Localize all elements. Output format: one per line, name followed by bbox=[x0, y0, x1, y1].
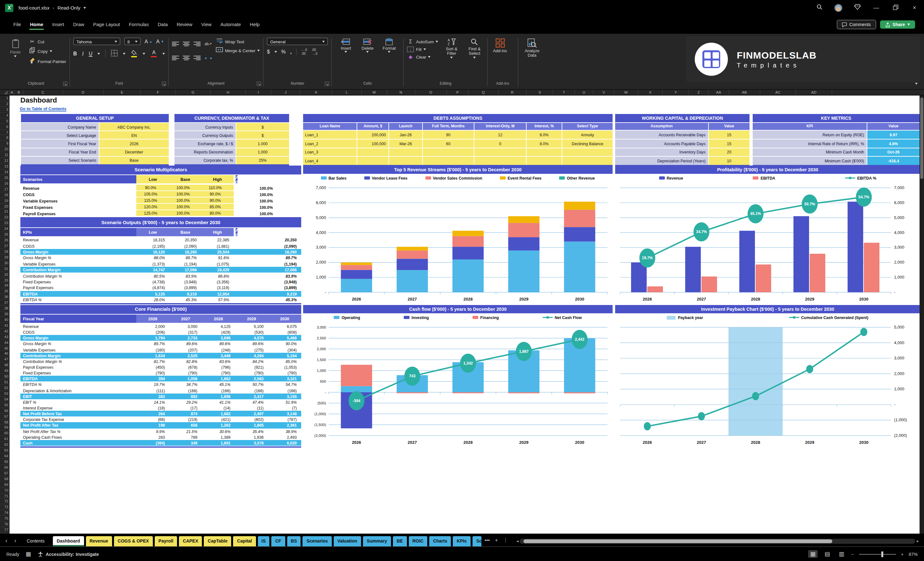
column-header-AC[interactable]: AC bbox=[760, 90, 796, 95]
find-select-button[interactable]: Find & Select bbox=[465, 38, 484, 58]
input-cell[interactable]: 110.0% bbox=[201, 184, 234, 191]
page-layout-view-button[interactable]: ▤ bbox=[823, 550, 832, 558]
row-header-77[interactable]: 77 bbox=[0, 527, 9, 533]
input-cell[interactable]: 100.0% bbox=[170, 197, 201, 204]
input-cell[interactable]: 12 bbox=[474, 130, 526, 139]
row-header-47[interactable]: 47 bbox=[0, 357, 9, 363]
row-header-50[interactable]: 50 bbox=[0, 374, 9, 380]
row-header-22[interactable]: 22 bbox=[0, 215, 9, 220]
input-cell[interactable]: Loan_1 bbox=[303, 130, 357, 139]
zoom-slider-thumb[interactable] bbox=[881, 551, 883, 557]
font-color-button[interactable]: A bbox=[150, 50, 157, 57]
row-header-23[interactable]: 23 bbox=[0, 220, 9, 226]
column-header-P[interactable]: P bbox=[447, 90, 469, 95]
payback-chart[interactable]: Investment Payback Chart ($'000) - 5 yea… bbox=[615, 305, 920, 447]
borders-button[interactable] bbox=[111, 48, 118, 59]
fill-color-button[interactable] bbox=[130, 50, 138, 57]
row-header-58[interactable]: 58 bbox=[0, 419, 9, 425]
column-header-G[interactable]: G bbox=[176, 90, 211, 95]
input-cell[interactable]: 15 bbox=[709, 140, 750, 148]
page-break-view-button[interactable]: ▥ bbox=[837, 550, 846, 558]
italic-button[interactable]: I bbox=[82, 51, 83, 56]
sheet-tab-revenue[interactable]: Revenue bbox=[86, 536, 112, 546]
input-cell[interactable]: Loan_4 bbox=[303, 157, 357, 165]
row-header-8[interactable]: 8 bbox=[0, 135, 9, 141]
column-header-Q[interactable]: Q bbox=[469, 90, 499, 95]
premium-diamond-icon[interactable] bbox=[853, 4, 862, 12]
horizontal-scroll-thumb[interactable] bbox=[524, 539, 832, 543]
row-header-7[interactable]: 7 bbox=[0, 130, 9, 135]
zoom-in-button[interactable]: + bbox=[901, 552, 904, 556]
column-header-Z[interactable]: Z bbox=[689, 90, 709, 95]
select-all-corner[interactable] bbox=[0, 90, 9, 95]
sheet-tab-sc[interactable]: Sc bbox=[472, 536, 482, 546]
row-header-69[interactable]: 69 bbox=[0, 482, 9, 488]
menu-tab-help[interactable]: Help bbox=[246, 19, 264, 30]
menu-tab-home[interactable]: Home bbox=[26, 19, 48, 30]
row-header-13[interactable]: 13 bbox=[0, 164, 9, 170]
font-name-select[interactable]: Tahoma bbox=[73, 38, 120, 45]
row-header-28[interactable]: 28 bbox=[0, 249, 9, 255]
input-cell[interactable]: December bbox=[99, 148, 169, 156]
input-cell[interactable]: 85.0% bbox=[201, 204, 234, 210]
cashflow-chart[interactable]: Cash flow ($'000) - 5 years to December … bbox=[303, 305, 613, 447]
row-header-73[interactable]: 73 bbox=[0, 505, 9, 510]
number-dialog-launcher[interactable]: ↘ bbox=[325, 81, 329, 86]
row-header-41[interactable]: 41 bbox=[0, 323, 9, 328]
align-top-button[interactable] bbox=[172, 38, 179, 49]
menu-tab-automate[interactable]: Automate bbox=[216, 19, 245, 30]
row-header-40[interactable]: 40 bbox=[0, 317, 9, 323]
input-cell[interactable]: ABC Company Inc. bbox=[99, 123, 169, 130]
input-cell[interactable]: $ bbox=[236, 131, 289, 139]
addins-button[interactable]: Add-ins bbox=[491, 38, 509, 53]
input-cell[interactable] bbox=[423, 148, 474, 156]
input-cell[interactable]: 90 bbox=[423, 130, 474, 139]
row-header-35[interactable]: 35 bbox=[0, 289, 9, 294]
column-header-J[interactable]: J bbox=[271, 90, 301, 95]
input-cell[interactable] bbox=[474, 157, 526, 165]
clear-button[interactable]: ◆Clear bbox=[407, 54, 438, 60]
increase-indent-button[interactable]: ▸ bbox=[210, 55, 212, 60]
format-cells-button[interactable]: Format bbox=[378, 38, 400, 53]
input-cell[interactable]: 15 bbox=[709, 130, 750, 139]
column-header-Y[interactable]: Y bbox=[663, 90, 689, 95]
input-cell[interactable] bbox=[526, 157, 562, 165]
input-cell[interactable]: 90.0% bbox=[201, 191, 234, 197]
input-cell[interactable] bbox=[357, 148, 388, 156]
row-header-14[interactable]: 14 bbox=[0, 170, 9, 175]
menu-tab-page-layout[interactable]: Page Layout bbox=[88, 19, 124, 30]
sheet-nav-prev[interactable]: ‹ bbox=[3, 535, 10, 546]
row-header-37[interactable]: 37 bbox=[0, 300, 9, 306]
column-header-K[interactable]: K bbox=[301, 90, 332, 95]
delete-cells-button[interactable]: Delete bbox=[357, 38, 378, 53]
input-cell[interactable] bbox=[562, 157, 613, 165]
collapse-ribbon-chevron[interactable] bbox=[915, 76, 918, 87]
font-dialog-launcher[interactable]: ↘ bbox=[162, 81, 166, 86]
row-header-25[interactable]: 25 bbox=[0, 232, 9, 237]
column-header-W[interactable]: W bbox=[615, 90, 638, 95]
row-header-56[interactable]: 56 bbox=[0, 408, 9, 414]
input-cell[interactable]: Loan_3 bbox=[303, 148, 357, 156]
row-header-75[interactable]: 75 bbox=[0, 516, 9, 522]
input-cell[interactable]: 100.0% bbox=[170, 191, 201, 197]
column-header-U[interactable]: U bbox=[575, 90, 594, 95]
comma-format-button[interactable]: , bbox=[290, 49, 292, 54]
autosum-button[interactable]: ΣAutoSum bbox=[407, 39, 438, 45]
sheet-tab-valuation[interactable]: Valuation bbox=[334, 536, 361, 546]
input-cell[interactable]: 100.0% bbox=[170, 204, 201, 210]
increase-decimal-icon[interactable]: ←.0.00 bbox=[301, 48, 307, 56]
avatar[interactable] bbox=[834, 3, 843, 12]
row-header-70[interactable]: 70 bbox=[0, 488, 9, 493]
revenue-streams-chart[interactable]: Top 5 Revenue Streams ($'000) - 5 years … bbox=[303, 165, 613, 304]
comments-button[interactable]: Comments bbox=[837, 20, 876, 29]
row-header-45[interactable]: 45 bbox=[0, 345, 9, 351]
sheet-tab-charts[interactable]: Charts bbox=[429, 536, 451, 546]
menu-tab-view[interactable]: View bbox=[197, 19, 216, 30]
row-header-44[interactable]: 44 bbox=[0, 340, 9, 345]
input-cell[interactable] bbox=[562, 148, 613, 156]
normal-view-button[interactable]: ▦ bbox=[808, 550, 818, 558]
format-painter-button[interactable]: Format Painter bbox=[28, 57, 66, 65]
menu-tab-review[interactable]: Review bbox=[172, 19, 197, 30]
menu-tab-insert[interactable]: Insert bbox=[48, 19, 69, 30]
more-sheets-button[interactable]: ••• bbox=[484, 535, 490, 546]
